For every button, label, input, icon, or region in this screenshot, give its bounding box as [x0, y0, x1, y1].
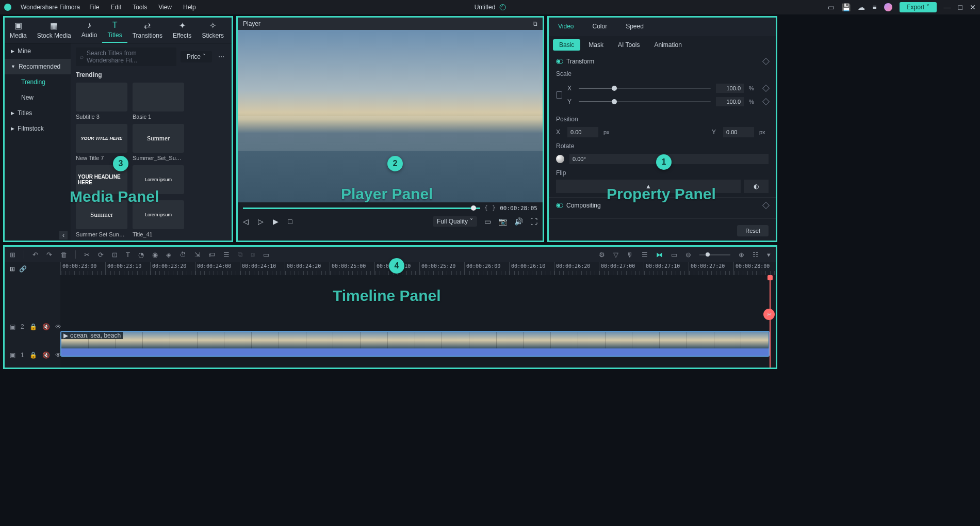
prop-sub-aitools[interactable]: AI Tools	[612, 39, 646, 51]
sidebar-titles[interactable]: ▶Titles	[5, 105, 71, 121]
sidebar-new[interactable]: New	[5, 90, 71, 105]
tabs-overflow-icon[interactable]: »	[229, 18, 233, 43]
scale-x-value[interactable]: 100.0	[716, 84, 744, 93]
chevron-down-icon[interactable]: ▾	[767, 251, 771, 259]
prop-sub-basic[interactable]: Basic	[553, 39, 580, 51]
search-input[interactable]: ⌕Search Titles from Wondershare Fil...	[76, 47, 176, 66]
title-thumb[interactable]: Lorem ipsumTitle_41	[133, 200, 184, 237]
position-y-input[interactable]	[723, 127, 754, 137]
position-x-input[interactable]	[567, 127, 598, 137]
user-avatar[interactable]	[884, 3, 892, 11]
prop-sub-mask[interactable]: Mask	[582, 39, 610, 51]
menu-edit[interactable]: Edit	[111, 4, 122, 11]
detach-audio-icon[interactable]: ⇲	[194, 251, 200, 259]
scale-y-value[interactable]: 100.0	[716, 97, 744, 106]
green-screen-icon[interactable]: ◉	[152, 251, 158, 259]
speed-ramp-icon[interactable]: ⏱	[179, 251, 186, 259]
mark-out-icon[interactable]: }	[492, 204, 496, 212]
fullscreen-icon[interactable]: ⛶	[530, 217, 537, 226]
prev-frame-icon[interactable]: ◁	[243, 217, 249, 226]
mute-icon[interactable]: 🔇	[42, 352, 50, 359]
adjust-icon[interactable]: ☰	[223, 251, 230, 259]
scale-y-slider[interactable]	[579, 101, 711, 102]
crop-icon[interactable]: ⊡	[112, 251, 118, 259]
mark-in-icon[interactable]: {	[484, 204, 488, 212]
text-icon[interactable]: T	[126, 251, 130, 259]
scrub-handle[interactable]	[471, 205, 476, 211]
reset-keyframe-icon[interactable]	[762, 202, 770, 209]
transform-toggle[interactable]	[556, 59, 563, 64]
reset-keyframe-icon[interactable]	[762, 58, 770, 65]
view-mode-icon[interactable]: ☷	[753, 251, 759, 259]
title-thumb[interactable]: Basic 1	[133, 83, 184, 120]
export-button[interactable]: Export ˅	[900, 2, 937, 12]
speed-icon[interactable]: ⟳	[98, 251, 104, 259]
lock-aspect-icon[interactable]	[556, 91, 562, 99]
volume-icon[interactable]: 🔊	[514, 217, 523, 226]
tab-effects[interactable]: ✦Effects	[168, 18, 197, 43]
video-clip[interactable]: ▶ocean, sea, beach	[60, 331, 770, 357]
sidebar-mine[interactable]: ▶Mine	[5, 43, 71, 59]
redo-icon[interactable]: ↷	[46, 251, 52, 259]
maximize-icon[interactable]: □	[958, 3, 962, 11]
prop-tab-speed[interactable]: Speed	[616, 18, 653, 36]
title-thumb[interactable]: Subtitle 3	[76, 83, 127, 120]
display-icon[interactable]: ▭	[484, 217, 491, 226]
tab-transitions[interactable]: ⇄Transitions	[127, 18, 168, 43]
keyframe-icon[interactable]: ◈	[166, 251, 171, 259]
hamburger-icon[interactable]: ≡	[872, 3, 876, 11]
menu-file[interactable]: File	[89, 4, 99, 11]
mute-icon[interactable]: 🔇	[42, 323, 50, 330]
prop-sub-animation[interactable]: Animation	[648, 39, 688, 51]
tab-audio[interactable]: ♪Audio	[76, 18, 103, 43]
timeline-tracks[interactable]: ▣2 🔒 🔇 👁 ▣1 🔒 🔇 👁 ▶ocean, sea, beach ✂	[5, 275, 776, 368]
prop-tab-color[interactable]: Color	[583, 18, 616, 36]
color-icon[interactable]: ◔	[138, 251, 144, 259]
visibility-icon[interactable]: 👁	[55, 323, 61, 330]
close-icon[interactable]: ✕	[970, 3, 976, 11]
tab-stickers[interactable]: ✧Stickers	[197, 18, 229, 43]
audio-mix-icon[interactable]: ☰	[642, 251, 648, 259]
menu-tools[interactable]: Tools	[133, 4, 147, 11]
title-thumb[interactable]: SummerSummer Set Sunshin...	[76, 200, 127, 237]
add-track-icon[interactable]: ⊞	[10, 265, 15, 273]
lock-icon[interactable]: 🔒	[29, 323, 37, 330]
tab-media[interactable]: ▣Media	[5, 18, 32, 43]
zoom-slider[interactable]	[699, 254, 730, 256]
record-icon[interactable]: 🎙	[627, 251, 633, 259]
screen-icon[interactable]: ▭	[828, 3, 835, 11]
scale-x-slider[interactable]	[579, 88, 711, 89]
flip-horizontal-button[interactable]: ▲	[556, 180, 741, 193]
menu-view[interactable]: View	[158, 4, 172, 11]
sidebar-recommended[interactable]: ▼Recommended	[5, 59, 71, 74]
quality-dropdown[interactable]: Full Quality˅	[433, 216, 477, 227]
player-viewport[interactable]	[238, 30, 543, 202]
mixer-icon[interactable]: ⚙	[599, 251, 605, 259]
playhead[interactable]	[770, 275, 771, 368]
marker-icon[interactable]: ▽	[613, 251, 618, 259]
snapshot-icon[interactable]: 📷	[498, 217, 507, 226]
save-icon[interactable]: 💾	[842, 3, 851, 11]
play-icon[interactable]: ▶	[273, 217, 279, 226]
tab-titles[interactable]: TTitles	[102, 18, 127, 43]
price-filter[interactable]: Price˅	[181, 51, 212, 62]
split-icon[interactable]: ✂	[84, 251, 90, 259]
more-icon[interactable]: ⋯	[216, 51, 226, 62]
undo-icon[interactable]: ↶	[32, 251, 38, 259]
title-thumb[interactable]: SummerSummer_Set_Sunshi...	[133, 124, 184, 161]
tab-stock-media[interactable]: ▦Stock Media	[32, 18, 76, 43]
reset-button[interactable]: Reset	[737, 225, 769, 236]
snap-icon[interactable]: ⧓	[656, 251, 663, 259]
tag-icon[interactable]: 🏷	[208, 251, 215, 259]
menu-help[interactable]: Help	[183, 4, 196, 11]
rotate-dial-icon[interactable]	[556, 155, 564, 163]
page-prev[interactable]: ‹	[59, 231, 68, 240]
delete-icon[interactable]: 🗑	[60, 251, 67, 259]
compositing-toggle[interactable]	[556, 203, 563, 208]
flip-vertical-button[interactable]: ◐	[744, 180, 769, 193]
minimize-icon[interactable]: —	[944, 3, 951, 11]
keyframe-icon[interactable]	[762, 85, 770, 92]
cloud-icon[interactable]: ☁	[858, 3, 865, 11]
sidebar-filmstock[interactable]: ▶Filmstock	[5, 121, 71, 136]
scrub-track[interactable]	[243, 208, 480, 209]
